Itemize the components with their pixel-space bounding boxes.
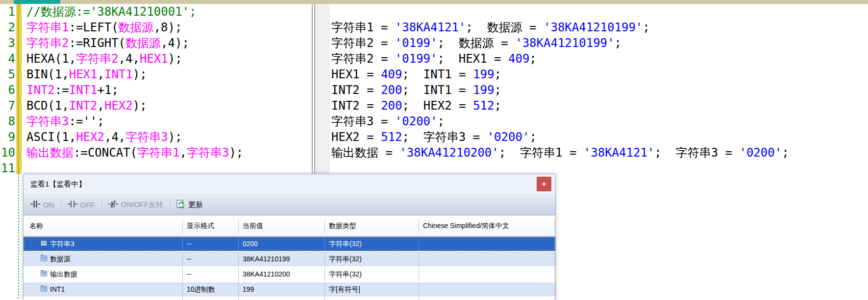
cell-format: -- [183, 252, 239, 266]
watch-toolbar: ONOFFON/OFF反转更新 [24, 194, 555, 215]
cell-name: 输出数据 [50, 267, 77, 281]
monitor-segment: 409 [508, 52, 529, 66]
code-segment: ,8); [154, 21, 182, 34]
cell-value: 0200 [239, 237, 325, 251]
monitor-segment: 字符串2 = [331, 36, 395, 50]
toolbar-button-off[interactable]: OFF [68, 200, 95, 210]
monitor-segment: 字符串2 = [331, 52, 395, 66]
cell-name-wrap: 数据源 [24, 252, 183, 266]
monitor-segment: '38KA41210200' [399, 146, 498, 160]
monitor-line: 字符串2 = '0199'; HEX1 = 409; [331, 51, 868, 67]
code-segment: 数据源 [125, 36, 161, 50]
monitor-segment: ; HEX1 = [438, 52, 509, 66]
column-header-3[interactable]: 当前值 [239, 219, 325, 232]
cell-lang [419, 298, 555, 300]
code-line: BIN(1,HEX1,INT1); [26, 67, 311, 82]
monitor-segment: ; [615, 36, 629, 50]
code-segment: ,4, [104, 130, 125, 144]
monitor-line: 字符串2 = '0199'; 数据源 = '38KA41210199'; [331, 35, 868, 51]
code-segment: INT1 [69, 83, 98, 97]
watch-table-body: 字符串3--0200字符串(32)数据源--38KA41210199字符串(32… [24, 237, 555, 300]
code-segment: BIN(1, [26, 68, 69, 81]
monitor-segment: ; 数据源 = [438, 36, 516, 50]
monitor-segment: '38KA41210199' [515, 36, 614, 50]
code-segment: INT1 [104, 68, 133, 81]
code-line: INT2:=INT1+1; [26, 82, 311, 98]
monitor-line: 字符串1 = '38KA4121'; 数据源 = '38KA41210199'; [331, 20, 868, 35]
monitor-segment: ; [494, 68, 508, 81]
column-header-4[interactable]: 数据类型 [325, 219, 419, 232]
code-segment: ,4); [161, 36, 189, 50]
watch-table-row[interactable]: INT110进制数199字[有符号] [24, 282, 555, 297]
watch-table-empty-row[interactable] [24, 298, 555, 300]
toolbar-separator [170, 198, 171, 211]
cell-type: 字符串(32) [325, 237, 419, 251]
code-segment: ); [133, 68, 147, 81]
monitor-segment: '38KA41210199' [544, 21, 643, 34]
monitor-segment: ; 字符串3 = [654, 146, 739, 160]
monitor-segment: ; [529, 130, 544, 144]
monitor-segment: 字符串3 = [331, 115, 395, 128]
code-line: 字符串3:=''; [26, 114, 311, 129]
code-segment: := [55, 83, 69, 97]
monitor-segment: '0200' [739, 146, 782, 160]
cell-value: 38KA41210200 [239, 267, 325, 281]
st-code-editor[interactable]: //数据源:='38KA41210001';字符串1:=LEFT(数据源,8);… [26, 4, 311, 176]
device-icon [40, 267, 48, 281]
monitor-segment: ; 字符串1 = [499, 146, 584, 160]
monitor-segment: ; INT1 = [402, 83, 473, 97]
monitor-segment: 200 [381, 99, 402, 113]
monitor-segment: ; [494, 83, 508, 97]
code-segment: :=RIGHT( [69, 36, 125, 50]
watch-table-row[interactable]: 字符串3--0200字符串(32) [24, 237, 555, 251]
column-header-1[interactable]: 名称 [24, 219, 183, 232]
on-contact-icon [30, 200, 40, 210]
code-segment: 字符串3 [125, 130, 168, 144]
code-segment: 字符串1 [137, 146, 179, 160]
column-header-2[interactable]: 显示格式 [183, 219, 239, 232]
watch-table-header: 名称显示格式当前值数据类型Chinese Simplified/简体中文 [24, 215, 555, 237]
code-line: 字符串1:=LEFT(数据源,8); [26, 20, 311, 35]
line-number: 3 [0, 35, 15, 51]
cell-format [183, 298, 239, 300]
code-segment: :=''; [69, 115, 104, 128]
code-segment: 输出数据 [26, 146, 74, 160]
cell-format: 10进制数 [183, 282, 239, 297]
cell-type: 字[有符号] [325, 282, 419, 297]
monitor-segment: 200 [381, 83, 402, 97]
cell-value: 38KA41210199 [239, 252, 325, 266]
monitor-segment: '0200' [395, 115, 438, 128]
toolbar-button-on[interactable]: ON [30, 200, 54, 210]
code-segment: 字符串2 [26, 36, 69, 50]
line-number: 1 [0, 4, 15, 20]
code-segment: BCD(1, [26, 99, 69, 113]
close-icon[interactable]: × [537, 177, 551, 191]
monitor-line: HEX2 = 512; 字符串3 = '0200'; [331, 129, 868, 145]
breakpoint-margin[interactable] [16, 4, 22, 174]
device-icon [40, 282, 48, 297]
code-segment: :=CONCAT( [74, 146, 137, 160]
cell-lang [419, 267, 555, 281]
monitor-segment: 199 [473, 83, 494, 97]
monitor-segment: '0199' [395, 36, 438, 50]
watch-window-titlebar[interactable]: 监看1【监看中】 × [24, 174, 555, 194]
monitor-segment: ; [782, 146, 796, 160]
cell-name: INT1 [50, 282, 65, 297]
column-header-5[interactable]: Chinese Simplified/简体中文 [419, 219, 555, 232]
watch-table-row[interactable]: 输出数据--38KA41210200字符串(32) [24, 267, 555, 281]
margin-dotted-line [18, 4, 19, 174]
device-icon [40, 237, 48, 251]
monitor-segment: ; INT1 = [402, 68, 473, 81]
cell-lang [419, 237, 555, 251]
toolbar-button-on-off-[interactable]: ON/OFF反转 [108, 200, 164, 210]
code-segment: , [98, 68, 104, 81]
code-segment: 字符串3 [187, 146, 229, 160]
watch-table-row[interactable]: 数据源--38KA41210199字符串(32) [24, 252, 555, 266]
monitor-segment: '0200' [487, 130, 530, 144]
code-line: //数据源:='38KA41210001'; [26, 4, 311, 20]
toolbar-button--[interactable]: 更新 [176, 200, 203, 210]
cell-type: 字符串(32) [325, 267, 419, 281]
code-segment: ); [168, 130, 182, 144]
cell-name-wrap: 字符串3 [24, 237, 183, 251]
code-segment: HEX2 [76, 130, 104, 144]
